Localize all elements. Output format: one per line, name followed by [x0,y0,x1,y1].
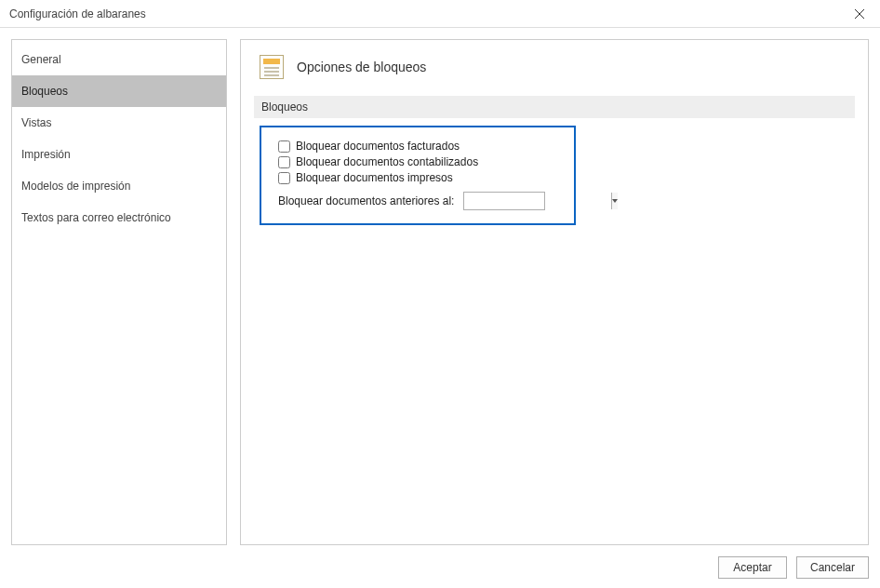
content-panel: Opciones de bloqueos Bloqueos Bloquear d… [240,39,869,545]
accept-button[interactable]: Aceptar [718,556,787,579]
sidebar-item-impresion[interactable]: Impresión [12,139,226,170]
document-options-icon [260,55,284,79]
sidebar-item-textos-correo[interactable]: Textos para correo electrónico [12,202,226,234]
close-icon [855,9,864,19]
sidebar-item-bloqueos[interactable]: Bloqueos [12,75,226,107]
checkbox-input[interactable] [278,172,290,184]
page-title: Opciones de bloqueos [297,60,426,74]
sidebar: General Bloqueos Vistas Impresión Modelo… [11,39,227,545]
body-area: General Bloqueos Vistas Impresión Modelo… [0,28,880,545]
checkbox-label: Bloquear documentos impresos [296,171,453,184]
titlebar: Configuración de albaranes [0,0,880,28]
checkbox-bloquear-impresos[interactable]: Bloquear documentos impresos [278,171,557,184]
window-title: Configuración de albaranes [9,7,146,20]
cancel-button[interactable]: Cancelar [796,556,869,579]
checkbox-label: Bloquear documentos facturados [296,140,460,153]
section-header-bloqueos: Bloqueos [254,96,855,118]
checkbox-label: Bloquear documentos contabilizados [296,155,478,168]
chevron-down-icon [612,199,618,203]
date-label: Bloquear documentos anteriores al: [278,194,454,207]
sidebar-item-general[interactable]: General [12,44,226,75]
date-field-anteriores-al[interactable] [463,192,545,210]
checkbox-bloquear-facturados[interactable]: Bloquear documentos facturados [278,140,557,153]
sidebar-item-label: Textos para correo electrónico [21,211,171,224]
date-input[interactable] [464,193,611,209]
sidebar-item-modelos-impresion[interactable]: Modelos de impresión [12,170,226,202]
date-row-anteriores-al: Bloquear documentos anteriores al: [278,192,557,210]
sidebar-item-label: Modelos de impresión [21,180,130,193]
dialog-footer: Aceptar Cancelar [718,556,869,579]
date-dropdown-button[interactable] [611,193,618,209]
sidebar-item-vistas[interactable]: Vistas [12,107,226,139]
checkbox-bloquear-contabilizados[interactable]: Bloquear documentos contabilizados [278,155,557,168]
checkbox-input[interactable] [278,156,290,168]
sidebar-item-label: Impresión [21,148,71,161]
close-button[interactable] [838,0,880,28]
sidebar-item-label: Vistas [21,116,51,129]
sidebar-item-label: Bloqueos [21,85,68,98]
options-group-bloqueos: Bloquear documentos facturados Bloquear … [260,126,576,225]
checkbox-input[interactable] [278,140,290,153]
sidebar-item-label: General [21,53,61,66]
page-header: Opciones de bloqueos [260,55,855,79]
